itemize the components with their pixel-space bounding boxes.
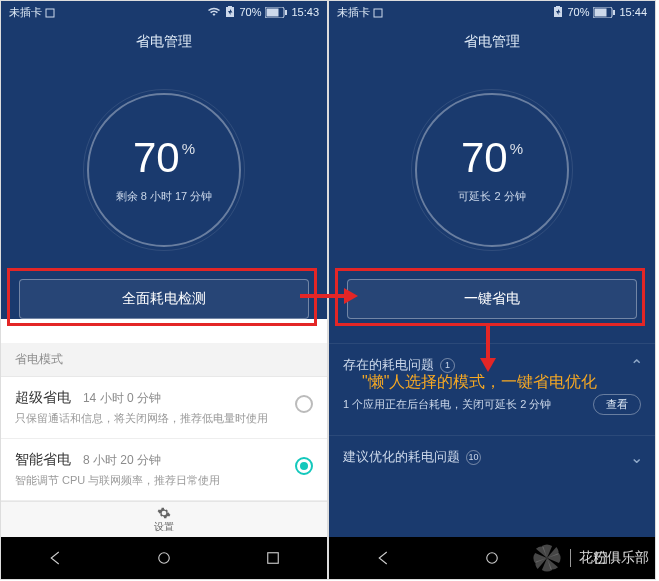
svg-rect-8 — [595, 8, 607, 16]
back-icon[interactable] — [374, 549, 392, 567]
gear-icon — [157, 506, 171, 520]
svg-rect-3 — [285, 10, 287, 15]
percent-sign: % — [182, 141, 195, 156]
chevron-down-icon: ⌄ — [630, 448, 643, 467]
nfc-icon — [373, 8, 383, 18]
recent-icon[interactable] — [264, 549, 282, 567]
clock: 15:43 — [291, 6, 319, 18]
full-scan-button[interactable]: 全面耗电检测 — [19, 279, 309, 319]
svg-point-10 — [487, 553, 498, 564]
home-icon[interactable] — [155, 549, 173, 567]
mode-desc: 智能调节 CPU 与联网频率，推荐日常使用 — [15, 473, 295, 488]
page-title: 省电管理 — [329, 23, 655, 57]
home-icon[interactable] — [483, 549, 501, 567]
issues-count: 1 — [440, 358, 455, 373]
settings-label: 设置 — [154, 520, 174, 534]
one-tap-save-label: 一键省电 — [464, 290, 520, 308]
mode-duration: 14 小时 0 分钟 — [83, 391, 161, 405]
clock: 15:44 — [619, 6, 647, 18]
full-scan-label: 全面耗电检测 — [122, 290, 206, 308]
battery-percent: 70% — [239, 6, 261, 18]
back-icon[interactable] — [46, 549, 64, 567]
battery-percent: 70% — [567, 6, 589, 18]
watermark-text: 花粉俱乐部 — [570, 549, 649, 567]
nfc-icon — [45, 8, 55, 18]
view-button[interactable]: 查看 — [593, 394, 641, 415]
mode-duration: 8 小时 20 分钟 — [83, 453, 161, 467]
page-title: 省电管理 — [1, 23, 327, 57]
optimize-section[interactable]: 建议优化的耗电问题 10 ⌄ — [329, 435, 655, 478]
phone-left: 未插卡 70% 15:43 省电管理 70 % 剩余 8 小时 17 分钟 — [0, 0, 328, 580]
svg-rect-2 — [267, 8, 279, 16]
battery-value: 70 — [133, 137, 180, 179]
svg-rect-5 — [267, 553, 278, 564]
watermark: 花粉俱乐部 — [530, 541, 649, 575]
battery-saver-icon — [553, 6, 563, 18]
footer-settings[interactable]: 设置 — [1, 501, 327, 537]
battery-ring: 70 % 剩余 8 小时 17 分钟 — [1, 57, 327, 279]
battery-value: 70 — [461, 137, 508, 179]
battery-icon — [593, 7, 615, 18]
mode-item-ultra[interactable]: 超级省电 14 小时 0 分钟 只保留通话和信息，将关闭网络，推荐低电量时使用 — [1, 377, 327, 439]
status-bar: 未插卡 70% 15:43 — [1, 1, 327, 23]
svg-rect-6 — [374, 9, 382, 17]
chevron-up-icon: ⌃ — [630, 356, 643, 375]
battery-ring: 70 % 可延长 2 分钟 — [329, 57, 655, 279]
radio-off-icon[interactable] — [295, 395, 313, 413]
svg-rect-9 — [613, 10, 615, 15]
one-tap-save-button[interactable]: 一键省电 — [347, 279, 637, 319]
mode-name: 超级省电 — [15, 389, 71, 405]
section-label: 省电模式 — [1, 343, 327, 377]
percent-sign: % — [510, 141, 523, 156]
optimize-count: 10 — [466, 450, 481, 465]
wifi-icon — [207, 7, 221, 17]
issues-title: 存在的耗电问题 — [343, 356, 434, 374]
phone-right: 未插卡 70% 15:44 省电管理 70 % 可延长 2 分钟 — [328, 0, 656, 580]
svg-rect-0 — [46, 9, 54, 17]
time-remaining: 剩余 8 小时 17 分钟 — [116, 189, 213, 204]
huawei-logo-icon — [530, 541, 564, 575]
status-bar: 未插卡 70% 15:44 — [329, 1, 655, 23]
android-navbar — [1, 537, 327, 579]
mode-item-smart[interactable]: 智能省电 8 小时 20 分钟 智能调节 CPU 与联网频率，推荐日常使用 — [1, 439, 327, 501]
power-issues-section[interactable]: 存在的耗电问题 1 ⌃ 1 个应用正在后台耗电，关闭可延长 2 分钟 查看 — [329, 343, 655, 427]
radio-on-icon[interactable] — [295, 457, 313, 475]
sim-status: 未插卡 — [9, 6, 42, 18]
sim-status: 未插卡 — [337, 6, 370, 18]
battery-icon — [265, 7, 287, 18]
mode-desc: 只保留通话和信息，将关闭网络，推荐低电量时使用 — [15, 411, 295, 426]
issue-detail: 1 个应用正在后台耗电，关闭可延长 2 分钟 — [343, 397, 551, 412]
mode-name: 智能省电 — [15, 451, 71, 467]
svg-point-4 — [159, 553, 170, 564]
optimize-title: 建议优化的耗电问题 — [343, 448, 460, 466]
extend-time: 可延长 2 分钟 — [458, 189, 525, 204]
battery-saver-icon — [225, 6, 235, 18]
